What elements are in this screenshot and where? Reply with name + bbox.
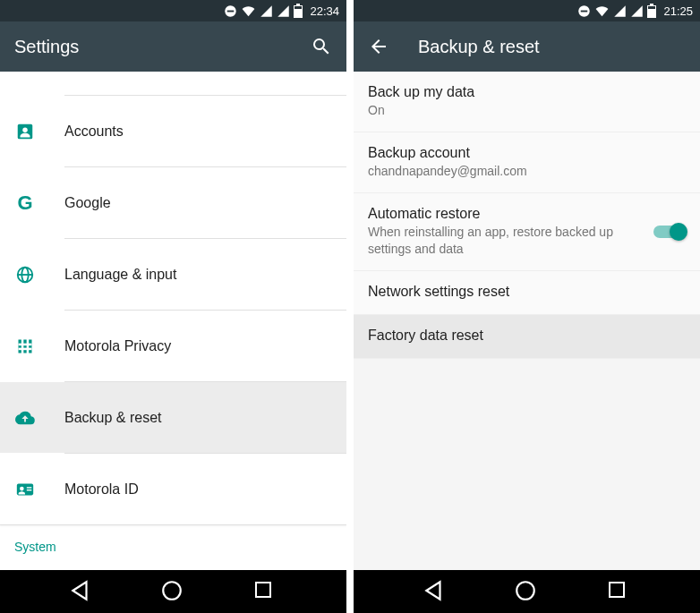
item-title: Network settings reset [368, 284, 686, 300]
section-label-system: System [0, 525, 346, 554]
automatic-restore-toggle[interactable] [653, 223, 686, 241]
svg-rect-12 [29, 339, 31, 353]
status-bar-left: 22:34 [0, 0, 346, 21]
search-button[interactable] [311, 36, 332, 57]
svg-rect-17 [27, 487, 32, 488]
settings-item-partial[interactable] [0, 72, 346, 95]
id-icon [14, 479, 36, 500]
signal-icon [613, 4, 627, 18]
clock: 21:25 [663, 4, 693, 18]
svg-point-6 [22, 127, 28, 132]
factory-data-reset-item[interactable]: Factory data reset [354, 315, 700, 359]
item-subtitle: chandnapandey@gmail.com [368, 163, 686, 180]
item-subtitle: When reinstalling an app, restore backed… [368, 224, 645, 258]
settings-item-google[interactable]: G Google [0, 167, 346, 238]
settings-item-accounts[interactable]: Accounts [0, 96, 346, 166]
settings-label: Accounts [64, 123, 124, 140]
backup-account-item[interactable]: Backup account chandnapandey@gmail.com [354, 132, 700, 193]
svg-point-19 [164, 582, 182, 600]
settings-item-backup[interactable]: Backup & reset [0, 382, 346, 453]
settings-item-motorola-id[interactable]: Motorola ID [0, 454, 346, 524]
nav-bar [0, 570, 346, 613]
svg-rect-2 [296, 4, 300, 5]
svg-rect-4 [295, 6, 302, 9]
accounts-icon [14, 121, 36, 142]
network-settings-reset-item[interactable]: Network settings reset [354, 271, 700, 315]
dnd-icon [577, 4, 591, 18]
item-subtitle: On [368, 102, 686, 119]
svg-rect-23 [650, 4, 653, 5]
wifi-icon [241, 4, 256, 18]
signal-icon-2 [277, 4, 290, 18]
settings-label: Motorola ID [64, 481, 139, 498]
svg-point-16 [20, 486, 24, 490]
item-title: Factory data reset [368, 328, 686, 344]
settings-label: Motorola Privacy [64, 338, 171, 354]
search-icon [311, 36, 332, 57]
svg-rect-25 [648, 6, 655, 9]
svg-rect-20 [256, 583, 270, 597]
nav-recent-button[interactable] [252, 579, 277, 604]
backup-reset-list: Back up my data On Backup account chandn… [354, 72, 700, 570]
svg-rect-1 [227, 10, 235, 12]
item-title: Back up my data [368, 84, 686, 100]
svg-rect-22 [581, 10, 588, 12]
toolbar-left: Settings [0, 21, 346, 72]
switch-thumb [670, 223, 687, 241]
signal-icon [260, 4, 273, 18]
nav-back-button[interactable] [423, 579, 448, 604]
privacy-icon [14, 336, 36, 357]
svg-point-26 [517, 582, 535, 600]
settings-list: Accounts G Google Language & input Motor… [0, 72, 346, 570]
battery-icon [647, 4, 656, 18]
item-title: Automatic restore [368, 206, 645, 222]
nav-bar [354, 570, 700, 613]
battery-icon [294, 4, 303, 18]
backup-icon [14, 407, 36, 429]
page-title: Backup & reset [418, 37, 686, 57]
back-button[interactable] [368, 36, 389, 57]
status-bar-right: 21:25 [354, 0, 700, 21]
signal-icon-2 [630, 4, 644, 18]
settings-item-language[interactable]: Language & input [0, 239, 346, 310]
svg-rect-10 [19, 339, 21, 353]
item-title: Backup account [368, 145, 686, 161]
svg-rect-11 [23, 339, 26, 353]
globe-icon [14, 264, 36, 285]
svg-rect-18 [27, 490, 32, 490]
back-arrow-icon [368, 36, 389, 57]
google-icon: G [14, 192, 36, 214]
backup-reset-screen: 21:25 Backup & reset Back up my data On … [354, 0, 700, 613]
dnd-icon [224, 4, 237, 18]
wifi-icon [594, 4, 610, 18]
nav-recent-button[interactable] [606, 579, 631, 604]
page-title: Settings [14, 37, 311, 57]
svg-rect-27 [610, 583, 624, 597]
nav-home-button[interactable] [160, 579, 185, 604]
backup-my-data-item[interactable]: Back up my data On [354, 72, 700, 132]
settings-item-privacy[interactable]: Motorola Privacy [0, 311, 346, 381]
settings-label: Language & input [64, 267, 176, 283]
settings-label: Backup & reset [64, 410, 162, 426]
settings-label: Google [64, 195, 111, 211]
toolbar-right: Backup & reset [354, 21, 700, 72]
settings-screen: 22:34 Settings Accounts G Google La [0, 0, 346, 613]
nav-back-button[interactable] [69, 579, 94, 604]
svg-rect-13 [19, 343, 32, 345]
clock: 22:34 [310, 4, 339, 18]
svg-rect-14 [19, 347, 32, 350]
automatic-restore-item[interactable]: Automatic restore When reinstalling an a… [354, 193, 700, 271]
nav-home-button[interactable] [514, 579, 539, 604]
